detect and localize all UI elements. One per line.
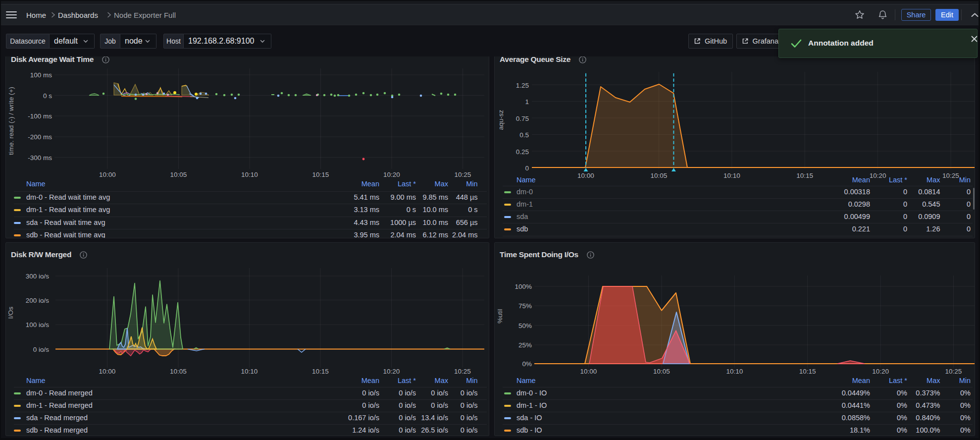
svg-text:10:15: 10:15 [312,171,329,178]
svg-text:0: 0 [525,165,529,172]
svg-text:10:00: 10:00 [580,368,597,375]
svg-text:10:05: 10:05 [653,368,670,375]
svg-text:-200 ms: -200 ms [28,133,52,141]
svg-text:10:15: 10:15 [799,368,816,375]
svg-text:10:20: 10:20 [872,368,889,375]
svg-text:0.5: 0.5 [519,131,529,139]
svg-text:10:00: 10:00 [99,368,116,375]
svg-text:-100 ms: -100 ms [28,112,52,120]
svg-text:0.25: 0.25 [516,148,529,156]
svg-text:10:25: 10:25 [945,368,962,375]
svg-text:0 s: 0 s [43,92,52,100]
svg-text:10:25: 10:25 [454,368,471,375]
svg-text:1.25: 1.25 [516,82,529,89]
svg-text:%util: %util [496,309,504,323]
svg-text:200 io/s: 200 io/s [26,297,50,304]
svg-text:100%: 100% [515,283,532,290]
svg-text:0%: 0% [522,360,532,368]
svg-text:10:20: 10:20 [383,171,400,178]
svg-text:0 io/s: 0 io/s [33,346,50,353]
svg-text:0.75: 0.75 [516,115,529,122]
svg-text:10:00: 10:00 [99,171,116,178]
svg-text:100 ms: 100 ms [30,71,52,79]
svg-text:10:15: 10:15 [312,368,329,375]
svg-text:1: 1 [525,98,529,106]
svg-text:10:10: 10:10 [241,171,258,178]
svg-text:10:05: 10:05 [170,368,187,375]
svg-text:10:10: 10:10 [726,368,743,375]
svg-text:300 io/s: 300 io/s [26,273,50,280]
svg-text:75%: 75% [518,302,532,310]
svg-text:25%: 25% [518,341,532,349]
svg-text:50%: 50% [518,322,532,330]
svg-text:I/Os: I/Os [7,306,14,319]
svg-text:aqu-sz: aqu-sz [497,110,505,130]
svg-text:10:05: 10:05 [170,171,187,178]
svg-text:10:25: 10:25 [455,171,471,178]
svg-text:-300 ms: -300 ms [28,154,52,162]
svg-text:time. read (-) / write (+): time. read (-) / write (+) [7,87,15,155]
svg-text:100 io/s: 100 io/s [26,321,50,329]
svg-text:10:20: 10:20 [383,368,400,375]
svg-text:10:10: 10:10 [241,368,258,375]
